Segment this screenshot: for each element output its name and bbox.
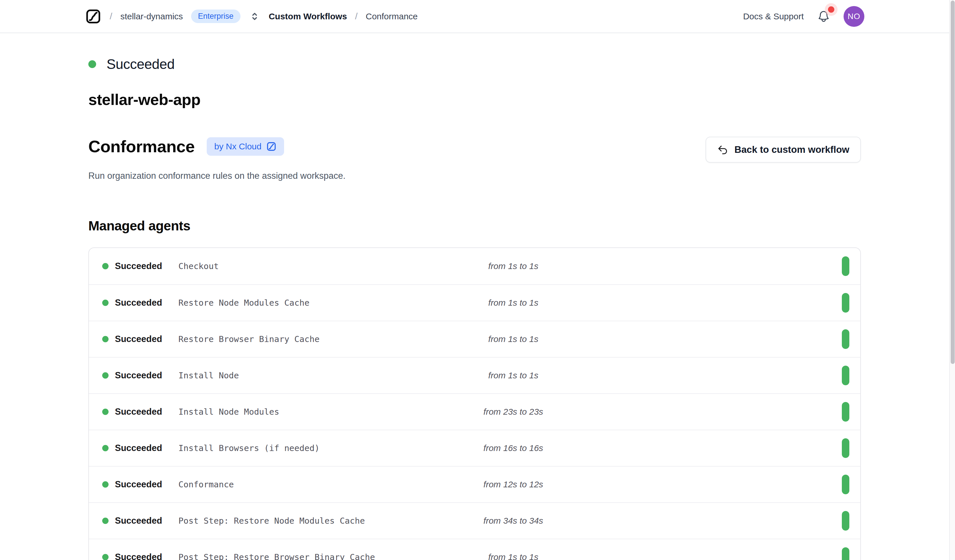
breadcrumb-separator: / (355, 11, 358, 22)
breadcrumb-org[interactable]: stellar-dynamics (121, 11, 183, 21)
step-timeline-bar (842, 329, 849, 349)
status-dot-icon (102, 445, 108, 451)
step-status: Succeeded (102, 443, 178, 453)
step-status-label: Succeeded (115, 298, 162, 308)
step-timeline-bar (842, 293, 849, 313)
step-row[interactable]: Succeeded Checkout from 1s to 1s (89, 248, 860, 284)
step-duration: from 1s to 1s (430, 261, 597, 271)
step-timeline-bar (842, 438, 849, 458)
enterprise-plan-badge: Enterprise (191, 9, 241, 23)
step-status: Succeeded (102, 479, 178, 490)
org-switcher-chevrons-icon[interactable] (249, 10, 261, 22)
step-status: Succeeded (102, 552, 178, 560)
step-row[interactable]: Succeeded Conformance from 12s to 12s (89, 466, 860, 502)
status-dot-icon (102, 409, 108, 415)
step-name: Checkout (178, 261, 430, 271)
step-timeline-bar (842, 256, 849, 276)
nx-cloud-logo-icon[interactable] (85, 8, 102, 25)
back-button-label: Back to custom workflow (734, 144, 849, 155)
managed-agents-list: Succeeded Checkout from 1s to 1s Succeed… (88, 247, 861, 560)
status-dot-icon (102, 336, 108, 342)
step-duration: from 1s to 1s (430, 334, 597, 344)
step-timeline-bar (842, 402, 849, 421)
step-row[interactable]: Succeeded Post Step: Restore Browser Bin… (89, 539, 860, 560)
step-status-label: Succeeded (115, 552, 162, 560)
main-content: Succeeded stellar-web-app Conformance by… (88, 33, 861, 560)
status-dot-icon (102, 263, 108, 269)
top-navbar: / stellar-dynamics Enterprise Custom Wor… (0, 0, 949, 33)
step-status: Succeeded (102, 261, 178, 271)
workflow-title: Conformance (88, 137, 194, 156)
step-duration: from 16s to 16s (430, 443, 597, 453)
run-status-label: Succeeded (106, 56, 175, 72)
vertical-scrollbar (949, 0, 955, 560)
user-avatar[interactable]: NO (844, 6, 864, 27)
step-name: Restore Node Modules Cache (178, 298, 430, 308)
by-nx-cloud-badge[interactable]: by Nx Cloud (207, 137, 284, 156)
step-row[interactable]: Succeeded Install Node Modules from 23s … (89, 393, 860, 430)
step-duration: from 1s to 1s (430, 298, 597, 308)
breadcrumb-separator: / (110, 11, 112, 22)
navbar-right-group: Docs & Support NO (743, 6, 864, 27)
notification-dot (828, 6, 834, 13)
status-dot-icon (102, 372, 108, 379)
step-status: Succeeded (102, 407, 178, 417)
step-name: Install Node (178, 371, 430, 381)
back-to-custom-workflow-button[interactable]: Back to custom workflow (706, 137, 861, 163)
step-status: Succeeded (102, 298, 178, 308)
step-row[interactable]: Succeeded Install Browsers (if needed) f… (89, 430, 860, 466)
step-row[interactable]: Succeeded Post Step: Restore Node Module… (89, 502, 860, 539)
breadcrumb-page: Conformance (366, 11, 418, 21)
step-status: Succeeded (102, 334, 178, 344)
step-name: Install Node Modules (178, 407, 430, 416)
step-duration: from 23s to 23s (430, 407, 597, 416)
return-arrow-icon (717, 144, 728, 155)
step-timeline-bar (842, 547, 849, 560)
step-status-label: Succeeded (115, 443, 162, 453)
docs-support-link[interactable]: Docs & Support (743, 11, 804, 21)
managed-agents-title: Managed agents (88, 218, 861, 234)
workflow-description: Run organization conformance rules on th… (88, 171, 861, 181)
run-status: Succeeded (88, 56, 861, 72)
step-duration: from 12s to 12s (430, 480, 597, 489)
step-row[interactable]: Succeeded Restore Node Modules Cache fro… (89, 284, 860, 321)
step-timeline-bar (842, 366, 849, 385)
breadcrumb-section[interactable]: Custom Workflows (269, 11, 347, 21)
step-status-label: Succeeded (115, 334, 162, 344)
step-status-label: Succeeded (115, 261, 162, 271)
status-dot-icon (88, 60, 96, 68)
status-dot-icon (102, 481, 108, 488)
notifications-button[interactable] (817, 10, 830, 23)
step-duration: from 34s to 34s (430, 516, 597, 526)
status-dot-icon (102, 518, 108, 524)
step-name: Post Step: Restore Node Modules Cache (178, 516, 430, 526)
scrollbar-thumb[interactable] (951, 1, 955, 364)
step-name: Post Step: Restore Browser Binary Cache (178, 552, 430, 560)
step-timeline-bar (842, 475, 849, 494)
step-name: Conformance (178, 480, 430, 489)
nx-cloud-logo-icon (266, 141, 277, 152)
workspace-title: stellar-web-app (88, 90, 861, 108)
breadcrumb: / stellar-dynamics Enterprise Custom Wor… (85, 8, 418, 25)
step-row[interactable]: Succeeded Restore Browser Binary Cache f… (89, 321, 860, 357)
step-status: Succeeded (102, 370, 178, 381)
status-dot-icon (102, 554, 108, 560)
step-status-label: Succeeded (115, 479, 162, 490)
step-row[interactable]: Succeeded Install Node from 1s to 1s (89, 357, 860, 393)
step-status-label: Succeeded (115, 516, 162, 526)
step-duration: from 1s to 1s (430, 552, 597, 560)
step-name: Install Browsers (if needed) (178, 443, 430, 453)
step-status-label: Succeeded (115, 370, 162, 381)
step-timeline-bar (842, 511, 849, 530)
bell-icon (817, 10, 830, 23)
status-dot-icon (102, 299, 108, 306)
by-nx-cloud-label: by Nx Cloud (214, 142, 261, 151)
step-name: Restore Browser Binary Cache (178, 334, 430, 344)
step-status-label: Succeeded (115, 407, 162, 417)
step-status: Succeeded (102, 516, 178, 526)
step-duration: from 1s to 1s (430, 371, 597, 381)
